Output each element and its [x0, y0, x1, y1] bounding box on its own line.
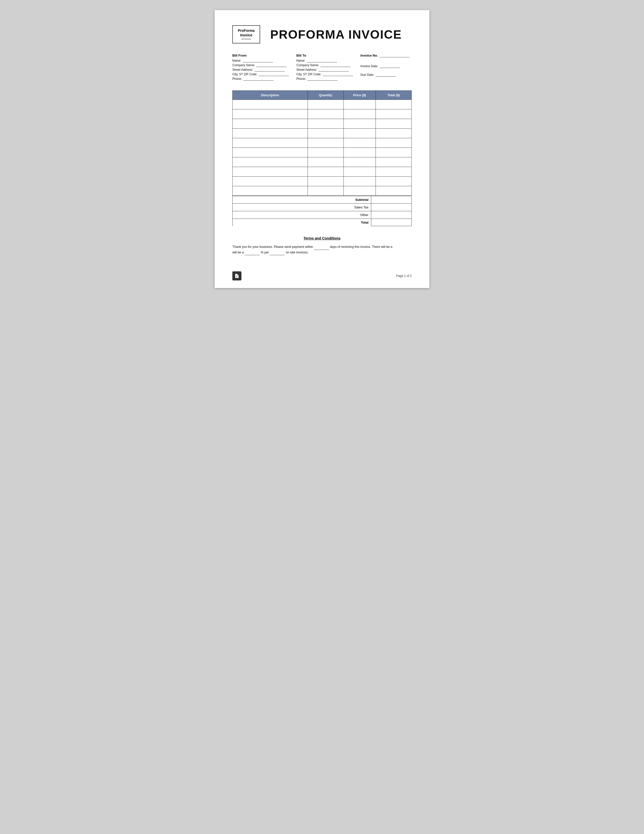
invoice-no-label: Invoice No. [360, 53, 412, 57]
total-cell[interactable] [376, 167, 412, 176]
qty-cell[interactable] [308, 157, 344, 167]
invoice-date-row: Invoice Date: Due Date: [360, 65, 412, 76]
bill-from-phone-field[interactable] [243, 77, 273, 81]
bill-to-city: City, ST ZIP Code: [297, 73, 361, 76]
bill-to-label: Bill To [297, 53, 361, 57]
desc-cell[interactable] [232, 119, 308, 129]
price-cell[interactable] [344, 186, 376, 196]
bill-from-company-field[interactable] [256, 63, 287, 67]
bill-to-company: Company Name: [297, 63, 361, 67]
qty-cell[interactable] [308, 167, 344, 176]
invoice-date-field[interactable] [379, 65, 400, 68]
bill-info-section: Bill From Name: Company Name: Street Add… [232, 53, 412, 82]
bill-to-phone: Phone: [297, 77, 361, 81]
qty-cell[interactable] [308, 100, 344, 109]
bill-from-city-field[interactable] [258, 73, 289, 76]
table-row [232, 138, 412, 148]
price-cell[interactable] [344, 148, 376, 157]
price-cell[interactable] [344, 119, 376, 129]
other-label: Other [360, 213, 368, 217]
table-row [232, 100, 412, 109]
table-header-row: Description Quantity Price ($) Total ($) [232, 91, 412, 100]
price-cell[interactable] [344, 109, 376, 119]
bill-from-name: Name: [232, 59, 297, 62]
qty-cell[interactable] [308, 119, 344, 129]
subtotal-label: Subtotal [355, 198, 368, 202]
qty-cell[interactable] [308, 186, 344, 196]
invoice-table: Description Quantity Price ($) Total ($) [232, 91, 412, 196]
logo-sub: eForms [237, 37, 256, 40]
logo-box: ProForma Invoice eForms [232, 25, 260, 44]
price-cell[interactable] [344, 129, 376, 138]
desc-cell[interactable] [232, 167, 308, 176]
desc-cell[interactable] [232, 148, 308, 157]
total-value[interactable] [371, 218, 412, 226]
total-cell[interactable] [376, 148, 412, 157]
other-row: Other [232, 211, 412, 218]
total-cell[interactable] [376, 138, 412, 148]
price-cell[interactable] [344, 138, 376, 148]
bill-to-company-field[interactable] [321, 63, 351, 67]
price-cell[interactable] [344, 100, 376, 109]
price-cell[interactable] [344, 157, 376, 167]
col-total: Total ($) [376, 91, 412, 100]
bill-to-city-field[interactable] [323, 73, 353, 76]
bill-to-street-field[interactable] [318, 68, 349, 71]
table-row [232, 119, 412, 129]
bill-from-city: City, ST ZIP Code: [232, 73, 297, 76]
total-cell[interactable] [376, 119, 412, 129]
invoice-page: ProForma Invoice eForms PROFORMA INVOICE… [215, 10, 429, 288]
sales-tax-value[interactable] [371, 204, 412, 211]
terms-period-field[interactable] [270, 252, 285, 255]
other-value[interactable] [371, 211, 412, 218]
total-cell[interactable] [376, 186, 412, 196]
bill-from-street-field[interactable] [254, 68, 285, 71]
invoice-info-column: Invoice No. Invoice Date: Due Date: [360, 53, 412, 82]
qty-cell[interactable] [308, 109, 344, 119]
bill-to-phone-field[interactable] [307, 77, 338, 81]
summary-section: Subtotal Sales Tax Other [232, 196, 412, 226]
terms-title: Terms and Conditions [232, 236, 412, 240]
terms-will-be: will be a [232, 251, 245, 254]
page-footer: Page 1 of 2 [232, 272, 412, 280]
table-row [232, 129, 412, 138]
terms-percent-field[interactable] [245, 252, 260, 255]
bill-to-column: Bill To Name: Company Name: Street Addre… [297, 53, 361, 82]
terms-days-field[interactable] [314, 247, 329, 250]
header: ProForma Invoice eForms PROFORMA INVOICE [232, 25, 412, 44]
total-cell[interactable] [376, 157, 412, 167]
total-cell[interactable] [376, 109, 412, 119]
desc-cell[interactable] [232, 129, 308, 138]
desc-cell[interactable] [232, 138, 308, 148]
price-cell[interactable] [344, 167, 376, 176]
qty-cell[interactable] [308, 129, 344, 138]
total-cell[interactable] [376, 176, 412, 186]
price-cell[interactable] [344, 176, 376, 186]
invoice-no-field[interactable] [379, 54, 410, 57]
bill-to-name-field[interactable] [307, 59, 337, 62]
total-cell[interactable] [376, 100, 412, 109]
total-cell[interactable] [376, 129, 412, 138]
subtotal-value[interactable] [371, 196, 412, 204]
desc-cell[interactable] [232, 186, 308, 196]
logo-title: ProForma [237, 28, 256, 33]
invoice-table-wrapper: Description Quantity Price ($) Total ($) [232, 91, 412, 226]
qty-cell[interactable] [308, 148, 344, 157]
col-quantity: Quantity [308, 91, 344, 100]
qty-cell[interactable] [308, 176, 344, 186]
desc-cell[interactable] [232, 157, 308, 167]
total-row: Total [232, 218, 412, 226]
qty-cell[interactable] [308, 138, 344, 148]
desc-cell[interactable] [232, 176, 308, 186]
page-number: Page 1 of 2 [396, 274, 412, 278]
bill-to-name: Name: [297, 59, 361, 62]
desc-cell[interactable] [232, 109, 308, 119]
bill-from-name-field[interactable] [243, 59, 273, 62]
desc-cell[interactable] [232, 100, 308, 109]
sales-tax-label: Sales Tax [354, 205, 368, 209]
bill-to-street: Street Address: [297, 68, 361, 71]
bill-from-company: Company Name: [232, 63, 297, 67]
due-date-field[interactable] [376, 73, 396, 76]
table-row [232, 148, 412, 157]
table-row [232, 176, 412, 186]
